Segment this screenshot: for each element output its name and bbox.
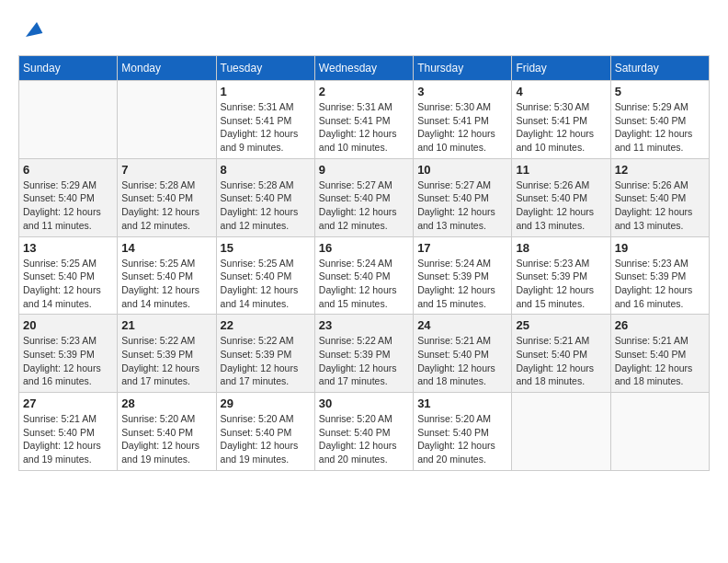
day-number: 18 xyxy=(516,241,606,255)
day-number: 4 xyxy=(516,85,606,98)
day-info: Sunrise: 5:31 AMSunset: 5:41 PMDaylight:… xyxy=(221,100,311,155)
day-info: Sunrise: 5:25 AMSunset: 5:40 PMDaylight:… xyxy=(121,257,211,311)
day-number: 7 xyxy=(121,163,211,177)
calendar-cell: 14Sunrise: 5:25 AMSunset: 5:40 PMDayligh… xyxy=(118,236,216,315)
day-number: 25 xyxy=(516,318,606,332)
calendar-cell: 6Sunrise: 5:29 AMSunset: 5:40 PMDaylight… xyxy=(19,158,118,236)
calendar-cell: 9Sunrise: 5:27 AMSunset: 5:40 PMDaylight… xyxy=(314,158,413,236)
calendar-cell: 29Sunrise: 5:20 AMSunset: 5:40 PMDayligh… xyxy=(216,393,314,471)
day-info: Sunrise: 5:26 AMSunset: 5:40 PMDaylight:… xyxy=(516,178,606,233)
day-info: Sunrise: 5:31 AMSunset: 5:41 PMDaylight:… xyxy=(319,100,409,155)
calendar-cell: 27Sunrise: 5:21 AMSunset: 5:40 PMDayligh… xyxy=(19,393,118,471)
day-number: 14 xyxy=(121,241,211,255)
weekday-header-thursday: Thursday xyxy=(414,56,512,81)
day-info: Sunrise: 5:20 AMSunset: 5:40 PMDaylight:… xyxy=(319,412,409,466)
day-info: Sunrise: 5:25 AMSunset: 5:40 PMDaylight:… xyxy=(23,257,113,311)
calendar-cell: 5Sunrise: 5:29 AMSunset: 5:40 PMDaylight… xyxy=(610,81,709,159)
day-info: Sunrise: 5:30 AMSunset: 5:41 PMDaylight:… xyxy=(417,100,507,155)
calendar-cell: 17Sunrise: 5:24 AMSunset: 5:39 PMDayligh… xyxy=(414,236,512,315)
calendar-cell: 26Sunrise: 5:21 AMSunset: 5:40 PMDayligh… xyxy=(610,315,709,393)
calendar-cell: 24Sunrise: 5:21 AMSunset: 5:40 PMDayligh… xyxy=(414,315,512,393)
calendar-cell xyxy=(118,81,216,159)
day-info: Sunrise: 5:28 AMSunset: 5:40 PMDaylight:… xyxy=(121,178,211,233)
day-number: 11 xyxy=(516,163,606,177)
day-number: 12 xyxy=(615,163,705,177)
day-info: Sunrise: 5:22 AMSunset: 5:39 PMDaylight:… xyxy=(319,334,409,388)
calendar-cell: 18Sunrise: 5:23 AMSunset: 5:39 PMDayligh… xyxy=(512,236,610,315)
day-info: Sunrise: 5:23 AMSunset: 5:39 PMDaylight:… xyxy=(23,334,113,388)
day-info: Sunrise: 5:28 AMSunset: 5:40 PMDaylight:… xyxy=(221,178,311,233)
calendar-cell: 13Sunrise: 5:25 AMSunset: 5:40 PMDayligh… xyxy=(19,236,118,315)
day-info: Sunrise: 5:20 AMSunset: 5:40 PMDaylight:… xyxy=(221,412,311,466)
calendar-cell: 28Sunrise: 5:20 AMSunset: 5:40 PMDayligh… xyxy=(118,393,216,471)
day-info: Sunrise: 5:26 AMSunset: 5:40 PMDaylight:… xyxy=(615,178,705,233)
day-info: Sunrise: 5:21 AMSunset: 5:40 PMDaylight:… xyxy=(615,334,705,388)
day-info: Sunrise: 5:20 AMSunset: 5:40 PMDaylight:… xyxy=(417,412,507,466)
calendar-cell: 16Sunrise: 5:24 AMSunset: 5:40 PMDayligh… xyxy=(314,236,413,315)
calendar-cell xyxy=(19,81,118,159)
calendar-cell xyxy=(610,393,709,471)
day-number: 1 xyxy=(221,85,311,98)
day-number: 29 xyxy=(221,396,311,410)
logo xyxy=(18,18,44,40)
calendar-cell: 19Sunrise: 5:23 AMSunset: 5:39 PMDayligh… xyxy=(610,236,709,315)
day-info: Sunrise: 5:22 AMSunset: 5:39 PMDaylight:… xyxy=(221,334,311,388)
calendar-cell: 31Sunrise: 5:20 AMSunset: 5:40 PMDayligh… xyxy=(414,393,512,471)
day-info: Sunrise: 5:21 AMSunset: 5:40 PMDaylight:… xyxy=(23,412,113,466)
calendar-cell: 3Sunrise: 5:30 AMSunset: 5:41 PMDaylight… xyxy=(414,81,512,159)
calendar-cell: 20Sunrise: 5:23 AMSunset: 5:39 PMDayligh… xyxy=(19,315,118,393)
calendar-week-row: 20Sunrise: 5:23 AMSunset: 5:39 PMDayligh… xyxy=(19,315,710,393)
calendar-cell: 1Sunrise: 5:31 AMSunset: 5:41 PMDaylight… xyxy=(216,81,314,159)
calendar-week-row: 6Sunrise: 5:29 AMSunset: 5:40 PMDaylight… xyxy=(19,158,710,236)
day-info: Sunrise: 5:30 AMSunset: 5:41 PMDaylight:… xyxy=(516,100,606,155)
weekday-header-monday: Monday xyxy=(118,56,216,81)
calendar-cell: 22Sunrise: 5:22 AMSunset: 5:39 PMDayligh… xyxy=(216,315,314,393)
day-info: Sunrise: 5:29 AMSunset: 5:40 PMDaylight:… xyxy=(615,100,705,155)
day-info: Sunrise: 5:21 AMSunset: 5:40 PMDaylight:… xyxy=(516,334,606,388)
day-info: Sunrise: 5:22 AMSunset: 5:39 PMDaylight:… xyxy=(121,334,211,388)
calendar-cell: 21Sunrise: 5:22 AMSunset: 5:39 PMDayligh… xyxy=(118,315,216,393)
day-number: 31 xyxy=(417,396,507,410)
logo-icon xyxy=(22,18,44,40)
calendar-week-row: 13Sunrise: 5:25 AMSunset: 5:40 PMDayligh… xyxy=(19,236,710,315)
calendar-cell: 2Sunrise: 5:31 AMSunset: 5:41 PMDaylight… xyxy=(314,81,413,159)
day-number: 23 xyxy=(319,318,409,332)
day-number: 9 xyxy=(319,163,409,177)
day-info: Sunrise: 5:21 AMSunset: 5:40 PMDaylight:… xyxy=(417,334,507,388)
day-number: 19 xyxy=(615,241,705,255)
day-info: Sunrise: 5:20 AMSunset: 5:40 PMDaylight:… xyxy=(121,412,211,466)
day-number: 22 xyxy=(221,318,311,332)
calendar-cell: 23Sunrise: 5:22 AMSunset: 5:39 PMDayligh… xyxy=(314,315,413,393)
day-number: 24 xyxy=(417,318,507,332)
day-info: Sunrise: 5:25 AMSunset: 5:40 PMDaylight:… xyxy=(221,257,311,311)
day-number: 28 xyxy=(121,396,211,410)
day-number: 8 xyxy=(221,163,311,177)
day-number: 21 xyxy=(121,318,211,332)
day-info: Sunrise: 5:27 AMSunset: 5:40 PMDaylight:… xyxy=(417,178,507,233)
calendar-table: SundayMondayTuesdayWednesdayThursdayFrid… xyxy=(18,55,710,471)
calendar-cell: 11Sunrise: 5:26 AMSunset: 5:40 PMDayligh… xyxy=(512,158,610,236)
weekday-header-saturday: Saturday xyxy=(610,56,709,81)
day-number: 3 xyxy=(417,85,507,98)
day-info: Sunrise: 5:23 AMSunset: 5:39 PMDaylight:… xyxy=(516,257,606,311)
day-number: 30 xyxy=(319,396,409,410)
calendar-week-row: 1Sunrise: 5:31 AMSunset: 5:41 PMDaylight… xyxy=(19,81,710,159)
calendar-cell: 15Sunrise: 5:25 AMSunset: 5:40 PMDayligh… xyxy=(216,236,314,315)
calendar-cell: 12Sunrise: 5:26 AMSunset: 5:40 PMDayligh… xyxy=(610,158,709,236)
weekday-header-friday: Friday xyxy=(512,56,610,81)
day-number: 13 xyxy=(23,241,113,255)
day-number: 6 xyxy=(23,163,113,177)
calendar-cell: 7Sunrise: 5:28 AMSunset: 5:40 PMDaylight… xyxy=(118,158,216,236)
day-number: 20 xyxy=(23,318,113,332)
calendar-cell: 30Sunrise: 5:20 AMSunset: 5:40 PMDayligh… xyxy=(314,393,413,471)
calendar-cell: 25Sunrise: 5:21 AMSunset: 5:40 PMDayligh… xyxy=(512,315,610,393)
day-number: 2 xyxy=(319,85,409,98)
day-number: 5 xyxy=(615,85,705,98)
day-number: 15 xyxy=(221,241,311,255)
day-number: 27 xyxy=(23,396,113,410)
svg-marker-0 xyxy=(26,22,42,37)
day-info: Sunrise: 5:27 AMSunset: 5:40 PMDaylight:… xyxy=(319,178,409,233)
calendar-cell xyxy=(512,393,610,471)
day-info: Sunrise: 5:29 AMSunset: 5:40 PMDaylight:… xyxy=(23,178,113,233)
day-number: 10 xyxy=(417,163,507,177)
